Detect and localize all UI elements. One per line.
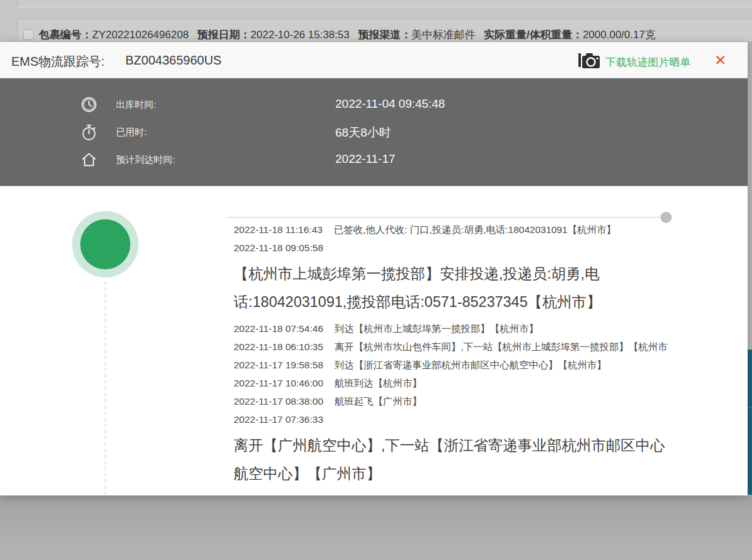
event-time: 2022-11-18 06:10:35 <box>234 341 323 352</box>
event-time: 2022-11-18 09:05:58 <box>234 242 323 253</box>
tracking-event-row: 2022-11-18 06:10:35离开【杭州市坎山包件车间】,下一站【杭州市… <box>234 338 667 356</box>
background-teal-divider <box>748 407 752 408</box>
tracking-event-row: 2022-11-17 10:46:00航班到达【杭州市】 <box>234 374 667 392</box>
tracking-event-row: 2022-11-18 07:54:46到达【杭州市上城彭埠第一揽投部】【杭州市】 <box>234 319 667 338</box>
background-panel-upper <box>17 0 752 8</box>
tracking-event-list: 2022-11-18 11:16:43已签收,他人代收: 门口,投递员:胡勇,电… <box>234 220 667 495</box>
tracking-event-row: 离开【广州航空中心】,下一站【浙江省寄递事业部杭州市邮区中心航空中心】【广州市】 <box>234 432 667 488</box>
background-bottom-area <box>0 495 752 560</box>
timeline-dashed-line <box>105 281 106 495</box>
camera-icon[interactable] <box>578 53 600 70</box>
out-time-label: 出库时间: <box>116 99 156 111</box>
home-icon <box>80 151 98 169</box>
event-text: 到达【广州航空中心】【广州市】 <box>335 495 481 495</box>
event-text: 【杭州市上城彭埠第一揽投部】安排投递,投递员:胡勇,电话:18042031091… <box>234 266 602 310</box>
event-text: 航班到达【杭州市】 <box>335 378 422 388</box>
event-time: 2022-11-18 11:16:43 <box>234 224 323 235</box>
package-id-value: ZY20221026496208 <box>92 29 189 41</box>
package-id-label: 包裹编号： <box>39 29 92 41</box>
event-time: 2022-11-18 07:54:46 <box>234 323 323 334</box>
tracking-modal: EMS物流跟踪号: BZ004365960US 下载轨迹图片晒单 ✕ <box>0 42 748 495</box>
event-text: 航班起飞【广州市】 <box>335 396 422 407</box>
timeline-status-dot <box>80 219 130 269</box>
event-time: 2022-11-17 08:38:00 <box>234 396 323 407</box>
event-time: 2022-11-17 07:36:33 <box>234 414 323 425</box>
weight-label: 实际重量/体积重量： <box>484 29 583 41</box>
package-checkbox[interactable] <box>23 29 34 40</box>
out-time-value: 2022-11-04 09:45:48 <box>335 97 445 111</box>
event-text: 已签收,他人代收: 门口,投递员:胡勇,电话:18042031091【杭州市】 <box>334 224 616 235</box>
tracking-event-row: 2022-11-18 11:16:43已签收,他人代收: 门口,投递员:胡勇,电… <box>234 220 667 239</box>
package-info-line: 包裹编号：ZY20221026496208 预报日期：2022-10-26 15… <box>39 28 661 42</box>
close-icon[interactable]: ✕ <box>714 52 726 68</box>
summary-row-elapsed: 已用时: 68天8小时 <box>0 123 748 142</box>
tracking-event-row: 2022-11-16 20:10:05到达【广州航空中心】【广州市】 <box>234 491 667 495</box>
channel-value: 美中标准邮件 <box>411 29 475 41</box>
elapsed-label: 已用时: <box>116 127 147 138</box>
timeline-scrollbar-track[interactable] <box>227 217 666 218</box>
tracking-event-row: 2022-11-17 08:38:00航班起飞【广州市】 <box>234 392 667 410</box>
background-teal-element <box>748 350 752 495</box>
event-text: 到达【杭州市上城彭埠第一揽投部】【杭州市】 <box>335 323 539 334</box>
tracking-event-row: 【杭州市上城彭埠第一揽投部】安排投递,投递员:胡勇,电话:18042031091… <box>234 260 667 316</box>
summary-row-out-time: 出库时间: 2022-11-04 09:45:48 <box>0 96 748 115</box>
timeline-status-halo <box>72 211 138 277</box>
event-time: 2022-11-17 19:58:58 <box>234 360 323 370</box>
download-track-image-link[interactable]: 下载轨迹图片晒单 <box>605 55 691 70</box>
event-text: 离开【杭州市坎山包件车间】,下一站【杭州市上城彭埠第一揽投部】【杭州市】 <box>335 341 667 352</box>
channel-label: 预报渠道： <box>358 29 411 41</box>
forecast-date-label: 预报日期： <box>197 29 251 41</box>
clock-icon <box>80 96 98 113</box>
background-right-strip <box>748 42 752 495</box>
eta-value: 2022-11-17 <box>335 152 395 166</box>
tracking-event-row: 2022-11-18 09:05:58 <box>234 239 667 257</box>
event-time: 2022-11-17 10:46:00 <box>234 378 323 388</box>
stopwatch-icon <box>80 123 98 141</box>
tracking-event-row: 2022-11-17 19:58:58到达【浙江省寄递事业部杭州市邮区中心航空中… <box>234 356 667 374</box>
event-text: 到达【浙江省寄递事业部杭州市邮区中心航空中心】【杭州市】 <box>335 360 607 370</box>
tracking-event-row: 2022-11-17 07:36:33 <box>234 410 667 428</box>
summary-row-eta: 预计到达时间: 2022-11-17 <box>0 151 748 170</box>
screen: 包裹编号：ZY20221026496208 预报日期：2022-10-26 15… <box>0 0 752 560</box>
modal-header: EMS物流跟踪号: BZ004365960US 下载轨迹图片晒单 ✕ <box>0 42 748 78</box>
weight-value: 2000.00/0.17克 <box>583 29 655 41</box>
summary-band: 出库时间: 2022-11-04 09:45:48 已用时: 68天8小时 <box>0 78 748 186</box>
background-topbar: 包裹编号：ZY20221026496208 预报日期：2022-10-26 15… <box>0 0 752 42</box>
event-time: 2022-11-16 20:10:05 <box>234 495 323 495</box>
forecast-date-value: 2022-10-26 15:38:53 <box>251 29 350 41</box>
eta-label: 预计到达时间: <box>116 154 175 166</box>
tracking-body: 2022-11-18 11:16:43已签收,他人代收: 门口,投递员:胡勇,电… <box>0 186 748 495</box>
elapsed-value: 68天8小时 <box>335 125 391 141</box>
event-text: 离开【广州航空中心】,下一站【浙江省寄递事业部杭州市邮区中心航空中心】【广州市】 <box>234 437 665 482</box>
tracking-number: BZ004365960US <box>125 53 221 68</box>
modal-title: EMS物流跟踪号: <box>11 53 105 70</box>
